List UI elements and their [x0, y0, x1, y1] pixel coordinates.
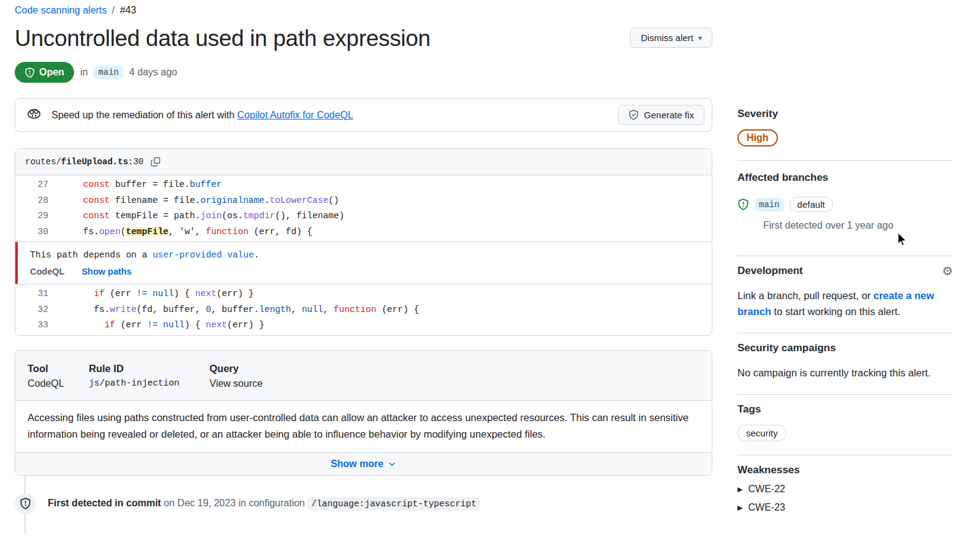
- code-line-27: 27 const buffer = file.buffer: [15, 177, 712, 193]
- line-number[interactable]: 28: [15, 193, 62, 209]
- code-line-31: 31 if (err != null) { next(err) }: [15, 286, 712, 302]
- weakness-cwe-23[interactable]: ▶ CWE-23: [737, 502, 953, 513]
- first-detected-bold: First detected in commit: [48, 498, 161, 508]
- line-number[interactable]: 30: [15, 224, 62, 240]
- file-line-ref: :30: [128, 157, 143, 167]
- line-number[interactable]: 27: [15, 177, 62, 193]
- line-number[interactable]: 29: [15, 208, 62, 224]
- show-more-button[interactable]: Show more: [331, 459, 396, 470]
- banner-text-plain: Speed up the remediation of this alert w…: [51, 110, 235, 120]
- branch-badge-main[interactable]: main: [94, 66, 123, 79]
- open-state-badge: Open: [15, 62, 74, 83]
- rule-description: Accessing files using paths constructed …: [15, 400, 712, 452]
- rule-summary-header: Tool CodeQL Rule ID js/path-injection Qu…: [15, 351, 712, 400]
- alert-age: 4 days ago: [129, 67, 177, 78]
- code-line-28: 28 const filename = file.originalname.to…: [15, 193, 712, 209]
- tag-security[interactable]: security: [737, 425, 786, 441]
- open-state-label: Open: [39, 67, 64, 78]
- banner-text: Speed up the remediation of this alert w…: [51, 110, 353, 121]
- copy-path-button[interactable]: [149, 156, 162, 168]
- development-heading-row: Development ⚙: [737, 265, 953, 277]
- triangle-right-icon: ▶: [737, 504, 742, 512]
- line-number[interactable]: 31: [15, 286, 62, 302]
- breadcrumb: Code scanning alerts / #43: [15, 5, 712, 16]
- code-lines-before: 27 const buffer = file.buffer28 const fi…: [15, 175, 712, 242]
- copilot-autofix-link[interactable]: Copilot Autofix for CodeQL: [237, 110, 353, 120]
- dismiss-alert-button[interactable]: Dismiss alert ▾: [630, 28, 712, 48]
- affected-branch-row: main default: [737, 197, 953, 212]
- query-header: Query: [209, 363, 263, 375]
- title-row: Uncontrolled data used in path expressio…: [15, 25, 712, 52]
- affected-branches-heading: Affected branches: [737, 172, 953, 184]
- sidebar-section-severity: Severity High: [737, 98, 953, 161]
- sidebar-section-tags: Tags security: [737, 395, 953, 455]
- alert-annotation: This path depends on a user-provided val…: [15, 242, 712, 284]
- tags-heading: Tags: [737, 403, 953, 416]
- rule-id-column: Rule ID js/path-injection: [89, 363, 209, 389]
- severity-badge: High: [737, 129, 778, 147]
- file-path-prefix: routes/: [25, 157, 61, 167]
- sidebar-section-security-campaigns: Security campaigns No campaign is curren…: [737, 333, 953, 395]
- rule-details-card: Tool CodeQL Rule ID js/path-injection Qu…: [15, 350, 712, 476]
- gear-icon[interactable]: ⚙: [942, 265, 953, 277]
- weakness-label: CWE-23: [748, 502, 785, 513]
- banner-message: Speed up the remediation of this alert w…: [26, 107, 353, 123]
- default-branch-pill: default: [790, 197, 833, 212]
- weakness-cwe-22[interactable]: ▶ CWE-22: [737, 484, 953, 495]
- configuration-chip: /language:javascript-typescript: [307, 497, 480, 511]
- copilot-icon: [26, 107, 42, 123]
- line-number[interactable]: 32: [15, 302, 62, 318]
- user-provided-value-link[interactable]: user-provided value: [153, 250, 254, 260]
- sidebar-section-weaknesses: Weaknesses ▶ CWE-22 ▶ CWE-23: [737, 455, 953, 527]
- rule-id-header: Rule ID: [89, 363, 209, 375]
- line-number[interactable]: 33: [15, 318, 62, 333]
- annotation-message-prefix: This path depends on a: [30, 250, 153, 260]
- page-title: Uncontrolled data used in path expressio…: [15, 25, 431, 52]
- code-text: const buffer = file.buffer: [62, 177, 222, 193]
- breadcrumb-alert-number: #43: [120, 5, 137, 15]
- sidebar: Severity High Affected branches main def…: [737, 98, 953, 527]
- show-paths-link[interactable]: Show paths: [81, 267, 131, 276]
- annotation-tool-name: CodeQL: [30, 267, 64, 276]
- copy-icon: [151, 157, 160, 167]
- state-in-text: in: [80, 67, 88, 78]
- view-source-link[interactable]: View source: [209, 378, 263, 389]
- code-snippet-card: routes/fileUpload.ts:30 27 const buffer …: [15, 148, 712, 336]
- generate-fix-label: Generate fix: [644, 110, 694, 120]
- branch-first-detected-text: First detected over 1 year ago: [763, 220, 953, 231]
- chevron-down-icon: [388, 460, 396, 468]
- code-line-33: 33 if (err != null) { next(err) }: [15, 318, 712, 333]
- security-campaigns-text: No campaign is currently tracking this a…: [737, 365, 953, 381]
- code-line-32: 32 fs.write(fd, buffer, 0, buffer.length…: [15, 302, 712, 318]
- code-text: const tempFile = path.join(os.tmpdir(), …: [62, 208, 344, 224]
- tool-header: Tool: [28, 363, 89, 375]
- branch-badge-main[interactable]: main: [755, 198, 784, 211]
- shield-check-icon: [628, 110, 639, 120]
- breadcrumb-code-scanning-alerts-link[interactable]: Code scanning alerts: [15, 5, 107, 15]
- tool-value: CodeQL: [28, 378, 89, 389]
- shield-exclamation-icon: [24, 67, 35, 78]
- breadcrumb-separator: /: [112, 5, 115, 15]
- development-text: Link a branch, pull request, or create a…: [737, 287, 953, 319]
- main-column: Code scanning alerts / #43 Uncontrolled …: [15, 0, 712, 533]
- code-lines-after: 31 if (err != null) { next(err) }32 fs.w…: [15, 284, 712, 335]
- code-text: fs.write(fd, buffer, 0, buffer.length, n…: [62, 302, 419, 318]
- code-text: fs.open(tempFile, 'w', function (err, fd…: [62, 224, 312, 240]
- annotation-actions: CodeQL Show paths: [30, 267, 702, 276]
- code-file-header: routes/fileUpload.ts:30: [15, 149, 712, 175]
- sidebar-section-development: Development ⚙ Link a branch, pull reques…: [737, 256, 953, 333]
- code-scanning-alert-page: Code scanning alerts / #43 Uncontrolled …: [0, 0, 980, 548]
- security-campaigns-heading: Security campaigns: [737, 342, 953, 354]
- sidebar-section-affected-branches: Affected branches main default First det…: [737, 161, 953, 256]
- code-line-30: 30 fs.open(tempFile, 'w', function (err,…: [15, 224, 712, 240]
- timeline-shield-icon-wrap: [15, 493, 36, 514]
- code-line-29: 29 const tempFile = path.join(os.tmpdir(…: [15, 208, 712, 224]
- dismiss-alert-label: Dismiss alert: [641, 32, 693, 43]
- weaknesses-heading: Weaknesses: [737, 464, 953, 476]
- first-detected-middle: on Dec 19, 2023 in configuration: [161, 498, 307, 508]
- code-file-path[interactable]: routes/fileUpload.ts:30: [25, 157, 143, 167]
- weakness-label: CWE-22: [748, 484, 785, 495]
- generate-fix-button[interactable]: Generate fix: [618, 105, 704, 125]
- code-text: if (err != null) { next(err) }: [62, 286, 254, 302]
- chevron-down-icon: ▾: [698, 34, 702, 42]
